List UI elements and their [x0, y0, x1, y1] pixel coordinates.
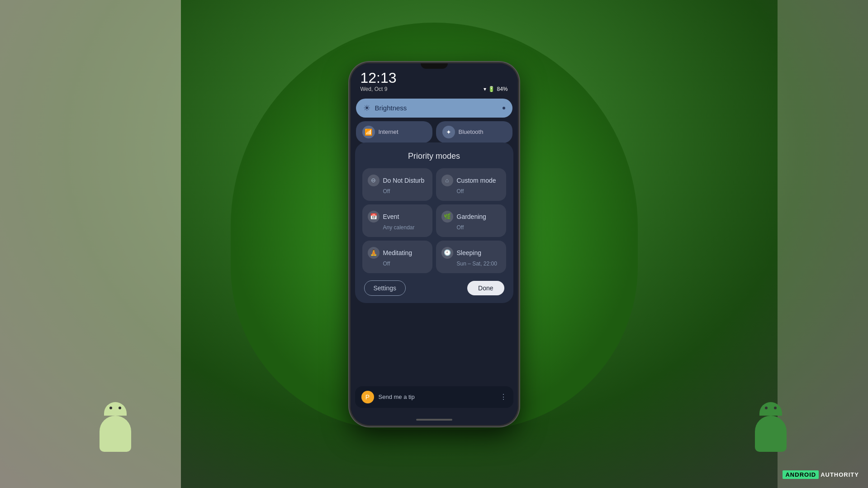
custom-status: Off: [441, 188, 501, 194]
mode-tile-custom-header: ⌂ Custom mode: [441, 175, 501, 186]
priority-modes-modal: Priority modes ⊖ Do Not Disturb Off ⌂ Cu…: [355, 142, 513, 303]
mode-tile-dnd-header: ⊖ Do Not Disturb: [368, 175, 427, 186]
custom-name: Custom mode: [457, 177, 496, 184]
android-authority-logo: ANDROID AUTHORITY: [783, 470, 859, 479]
date: Wed, Oct 9: [360, 86, 397, 92]
phone-screen: 12:13 Wed, Oct 9 ▾ 🔋 84% ☀ Brightness 📶: [351, 63, 518, 425]
dnd-icon: ⊖: [368, 175, 379, 186]
mode-tile-meditating[interactable]: 🧘 Meditating Off: [362, 241, 432, 273]
internet-tile[interactable]: 📶 Internet: [356, 121, 432, 143]
mode-tile-meditating-header: 🧘 Meditating: [368, 247, 427, 259]
brightness-icon: ☀: [363, 103, 370, 113]
dnd-status: Off: [368, 188, 427, 194]
battery-icon: 🔋: [488, 86, 495, 92]
event-name: Event: [383, 213, 399, 220]
event-icon: 📅: [368, 211, 379, 223]
android-figure-right: [755, 402, 787, 452]
wifi-icon: ▾: [484, 86, 486, 92]
brightness-tile[interactable]: ☀ Brightness: [356, 99, 512, 118]
status-icons: ▾ 🔋 84%: [484, 86, 508, 92]
quick-tiles-row: 📶 Internet ✦ Bluetooth: [356, 121, 512, 143]
mode-tile-sleeping-header: 🕙 Sleeping: [441, 247, 501, 259]
meditating-status: Off: [368, 261, 427, 267]
meditating-name: Meditating: [383, 249, 413, 256]
android-body-left: [100, 416, 131, 452]
android-body-right: [755, 416, 787, 452]
brightness-label: Brightness: [375, 104, 503, 112]
event-status: Any calendar: [368, 224, 427, 231]
quick-settings-area: ☀ Brightness 📶 Internet ✦ Bluetooth: [351, 95, 518, 148]
clock: 12:13: [360, 71, 397, 85]
tip-icon: P: [361, 391, 374, 403]
bluetooth-label: Bluetooth: [459, 128, 484, 135]
tip-more-icon[interactable]: ⋮: [500, 393, 507, 401]
mode-tile-sleeping[interactable]: 🕙 Sleeping Sun – Sat, 22:00: [436, 241, 506, 273]
priority-modes-title: Priority modes: [362, 152, 506, 161]
authority-text: AUTHORITY: [821, 471, 859, 478]
battery-percent: 84%: [497, 86, 508, 92]
android-head-right: [759, 402, 782, 416]
modal-buttons: Settings Done: [362, 280, 506, 296]
bluetooth-icon: ✦: [442, 126, 455, 138]
tip-icon-letter: P: [365, 393, 370, 401]
gardening-icon: 🌿: [441, 211, 453, 223]
android-head-left: [104, 402, 127, 416]
tip-text: Send me a tip: [379, 393, 495, 400]
gardening-name: Gardening: [457, 213, 486, 220]
mode-grid: ⊖ Do Not Disturb Off ⌂ Custom mode Off 📅: [362, 168, 506, 273]
custom-icon: ⌂: [441, 175, 453, 186]
meditating-icon: 🧘: [368, 247, 379, 259]
right-wall: [778, 0, 868, 488]
mode-tile-gardening[interactable]: 🌿 Gardening Off: [436, 204, 506, 237]
sleeping-icon: 🕙: [441, 247, 453, 259]
gardening-status: Off: [441, 224, 501, 231]
done-button[interactable]: Done: [467, 281, 504, 295]
android-figure-left: [100, 402, 131, 452]
mode-tile-do-not-disturb[interactable]: ⊖ Do Not Disturb Off: [362, 168, 432, 201]
sleeping-name: Sleeping: [457, 249, 482, 256]
android-text: ANDROID: [783, 470, 819, 479]
time-block: 12:13 Wed, Oct 9: [360, 71, 397, 92]
bluetooth-tile[interactable]: ✦ Bluetooth: [436, 121, 512, 143]
home-indicator[interactable]: [416, 419, 452, 421]
phone-notch: [421, 63, 448, 69]
internet-icon: 📶: [362, 126, 375, 138]
mode-tile-event-header: 📅 Event: [368, 211, 427, 223]
settings-button[interactable]: Settings: [364, 280, 406, 296]
tip-bar[interactable]: P Send me a tip ⋮: [355, 386, 513, 408]
mode-tile-gardening-header: 🌿 Gardening: [441, 211, 501, 223]
sleeping-status: Sun – Sat, 22:00: [441, 261, 501, 267]
mode-tile-event[interactable]: 📅 Event Any calendar: [362, 204, 432, 237]
dnd-name: Do Not Disturb: [383, 177, 425, 184]
brightness-dot: [503, 107, 505, 109]
phone-frame: 12:13 Wed, Oct 9 ▾ 🔋 84% ☀ Brightness 📶: [351, 63, 518, 425]
mode-tile-custom[interactable]: ⌂ Custom mode Off: [436, 168, 506, 201]
internet-label: Internet: [379, 128, 398, 135]
